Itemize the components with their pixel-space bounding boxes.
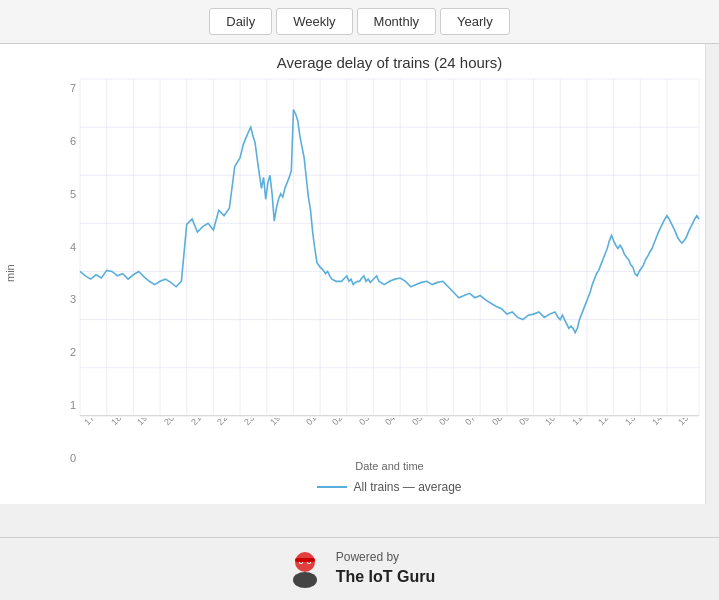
x-tick-0900: 09:00 — [517, 418, 540, 427]
x-tick-2200: 22:00 — [215, 418, 238, 427]
x-tick-1500: 15:00 — [676, 418, 699, 427]
x-tick-0700: 07:00 — [463, 418, 486, 427]
daily-button[interactable]: Daily — [209, 8, 272, 35]
iot-guru-name: The IoT Guru — [336, 566, 436, 588]
monthly-button[interactable]: Monthly — [357, 8, 437, 35]
x-tick-2000: 20:00 — [162, 418, 185, 427]
footer-text: Powered by The IoT Guru — [336, 549, 436, 588]
svg-rect-38 — [295, 558, 315, 562]
x-tick-1000: 10:00 — [543, 418, 566, 427]
chart-title: Average delay of trains (24 hours) — [80, 54, 699, 71]
y-tick-0: 0 — [70, 452, 76, 464]
x-tick-0300: 03:00 — [357, 418, 380, 427]
footer: Powered by The IoT Guru — [0, 537, 719, 600]
iot-guru-logo — [284, 548, 326, 590]
x-tick-sep19: 19. Sep — [268, 418, 297, 427]
y-tick-3: 3 — [70, 293, 76, 305]
x-tick-0500: 05:00 — [410, 418, 433, 427]
y-tick-4: 4 — [70, 241, 76, 253]
x-tick-1200: 12:00 — [596, 418, 619, 427]
x-tick-0600: 06:00 — [437, 418, 460, 427]
y-tick-7: 7 — [70, 82, 76, 94]
y-axis-label: min — [0, 82, 20, 464]
x-tick-0400: 04:00 — [383, 418, 406, 427]
y-tick-5: 5 — [70, 188, 76, 200]
x-tick-2300: 23:00 — [242, 418, 265, 427]
powered-by-text: Powered by — [336, 549, 436, 566]
x-tick-1300: 13:00 — [623, 418, 646, 427]
x-tick-0100: 01:00 — [304, 418, 327, 427]
x-tick-1100: 11:00 — [570, 418, 593, 427]
x-axis-label: Date and time — [80, 460, 699, 472]
x-tick-1700: 17:00 — [82, 418, 105, 427]
svg-point-33 — [293, 572, 317, 588]
x-tick-1400: 14:00 — [650, 418, 673, 427]
x-tick-1900: 19:00 — [135, 418, 158, 427]
x-tick-0200: 02:00 — [330, 418, 353, 427]
legend-text: All trains — average — [353, 480, 461, 494]
x-tick-1800: 18:00 — [109, 418, 132, 427]
y-tick-6: 6 — [70, 135, 76, 147]
chart-svg: .grid-line { stroke: #dde; stroke-width:… — [80, 79, 699, 418]
toolbar: Daily Weekly Monthly Yearly — [0, 0, 719, 44]
y-tick-2: 2 — [70, 346, 76, 358]
chart-container: min 7 6 5 4 3 2 1 0 Average delay of tra… — [0, 44, 719, 504]
scrollbar[interactable] — [705, 44, 719, 504]
y-tick-1: 1 — [70, 399, 76, 411]
yearly-button[interactable]: Yearly — [440, 8, 510, 35]
x-tick-2100: 21:00 — [189, 418, 212, 427]
legend-line-icon — [317, 486, 347, 488]
legend: All trains — average — [80, 480, 699, 494]
x-tick-0800: 08:00 — [490, 418, 513, 427]
weekly-button[interactable]: Weekly — [276, 8, 352, 35]
